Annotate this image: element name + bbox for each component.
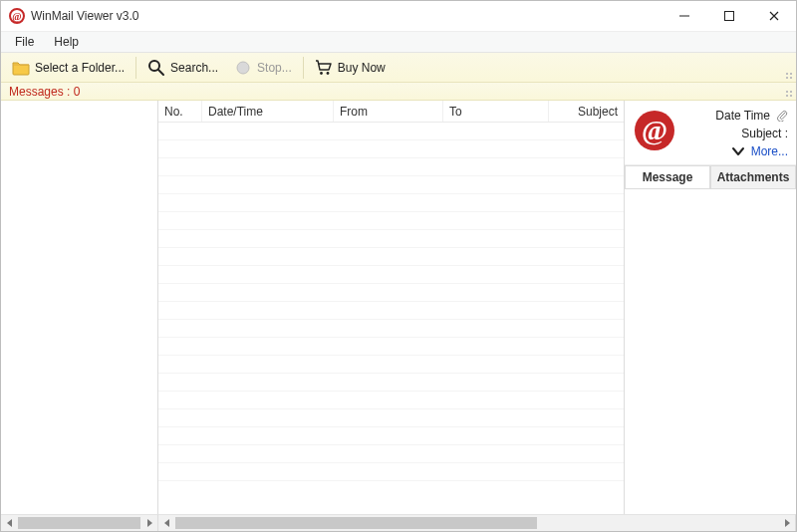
status-grip <box>786 91 794 99</box>
table-row <box>158 230 624 248</box>
select-folder-button[interactable]: Select a Folder... <box>5 56 132 80</box>
svg-point-6 <box>320 72 323 75</box>
table-row <box>158 463 624 481</box>
preview-header: @ Date Time Subject : More... <box>625 101 796 165</box>
col-datetime[interactable]: Date/Time <box>202 101 334 122</box>
table-row <box>158 356 624 374</box>
minimize-button[interactable] <box>662 1 706 31</box>
svg-rect-2 <box>679 16 689 17</box>
table-row <box>158 140 624 158</box>
preview-body <box>625 189 796 514</box>
scroll-right-icon[interactable] <box>140 515 157 531</box>
search-label: Search... <box>170 61 218 75</box>
table-row <box>158 338 624 356</box>
stop-button: Stop... <box>227 56 299 80</box>
folder-icon <box>12 59 30 77</box>
table-row <box>158 158 624 176</box>
folder-tree[interactable] <box>1 101 157 514</box>
titlebar: @ WinMail Viewer v3.0 <box>1 1 796 31</box>
search-icon <box>147 59 165 77</box>
stop-label: Stop... <box>257 61 292 75</box>
scroll-left-icon[interactable] <box>158 515 175 531</box>
app-icon: @ <box>9 8 25 24</box>
message-rows[interactable] <box>158 123 624 514</box>
table-row <box>158 176 624 194</box>
col-from[interactable]: From <box>334 101 443 122</box>
svg-point-5 <box>237 62 249 74</box>
tab-attachments[interactable]: Attachments <box>710 165 796 188</box>
scroll-left-icon[interactable] <box>1 515 18 531</box>
window-title: WinMail Viewer v3.0 <box>31 9 138 23</box>
menu-help[interactable]: Help <box>46 33 87 51</box>
table-row <box>158 374 624 392</box>
column-headers: No. Date/Time From To Subject <box>158 101 624 123</box>
at-logo-icon: @ <box>633 109 676 152</box>
preview-pane: @ Date Time Subject : More... <box>625 101 796 514</box>
table-row <box>158 266 624 284</box>
svg-text:@: @ <box>12 11 21 22</box>
folder-tree-pane <box>1 101 158 514</box>
preview-tabs: Message Attachments <box>625 165 796 189</box>
close-button[interactable] <box>751 1 796 31</box>
search-button[interactable]: Search... <box>140 56 225 80</box>
cart-icon <box>315 59 333 77</box>
preview-more-link[interactable]: More... <box>751 144 788 158</box>
menu-file[interactable]: File <box>7 33 42 51</box>
table-row <box>158 445 624 463</box>
main-area: No. Date/Time From To Subject <box>1 101 796 514</box>
scroll-thumb[interactable] <box>18 517 140 529</box>
table-row <box>158 248 624 266</box>
col-no[interactable]: No. <box>158 101 202 122</box>
table-row <box>158 427 624 445</box>
menu-bar: File Help <box>1 31 796 53</box>
table-row <box>158 320 624 338</box>
messages-status-bar: Messages : 0 <box>1 83 796 101</box>
scroll-right-icon[interactable] <box>778 515 795 531</box>
toolbar-grip <box>786 73 794 81</box>
message-list-pane: No. Date/Time From To Subject <box>158 101 625 514</box>
buy-now-label: Buy Now <box>338 61 386 75</box>
toolbar: Select a Folder... Search... Stop... Buy… <box>1 53 796 83</box>
col-subject[interactable]: Subject <box>549 101 624 122</box>
table-row <box>158 302 624 320</box>
messages-count-label: Messages : 0 <box>9 85 80 99</box>
svg-point-7 <box>326 72 329 75</box>
select-folder-label: Select a Folder... <box>35 61 125 75</box>
table-row <box>158 194 624 212</box>
buy-now-button[interactable]: Buy Now <box>308 56 393 80</box>
svg-rect-3 <box>724 12 733 21</box>
maximize-button[interactable] <box>706 1 751 31</box>
chevron-down-icon[interactable] <box>731 144 745 158</box>
paperclip-icon <box>776 110 788 122</box>
table-row <box>158 212 624 230</box>
tree-hscrollbar[interactable] <box>1 514 158 531</box>
scroll-thumb[interactable] <box>175 517 537 529</box>
stop-icon <box>234 59 252 77</box>
table-row <box>158 284 624 302</box>
footer-scrollbars <box>1 514 796 531</box>
tab-message[interactable]: Message <box>625 165 710 188</box>
table-row <box>158 392 624 409</box>
svg-text:@: @ <box>642 115 667 145</box>
table-row <box>158 409 624 427</box>
table-row <box>158 123 624 140</box>
preview-subject-label: Subject : <box>741 127 788 140</box>
list-hscrollbar[interactable] <box>158 514 796 531</box>
col-to[interactable]: To <box>443 101 549 122</box>
preview-date-label: Date Time <box>715 109 770 123</box>
